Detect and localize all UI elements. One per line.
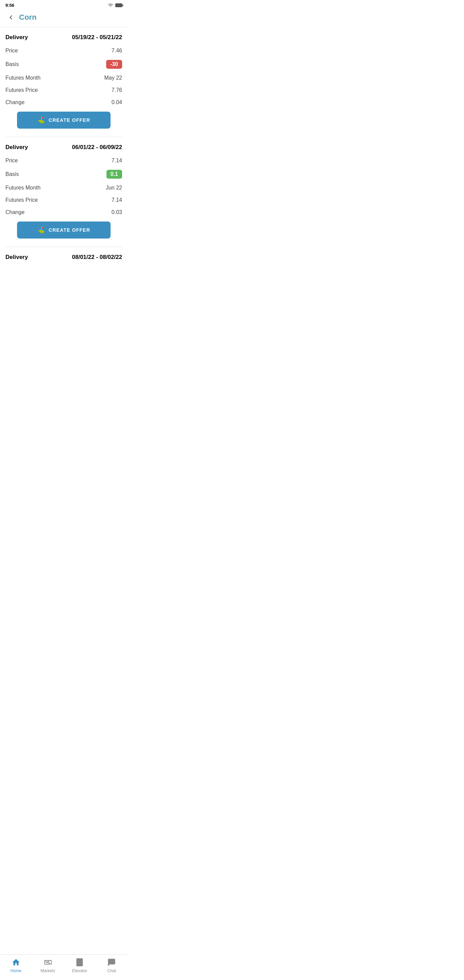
price-value-2: 7.14: [111, 158, 122, 164]
futures-price-label-1: Futures Price: [5, 87, 38, 93]
delivery-header-2: Delivery 06/01/22 - 06/09/22: [5, 144, 122, 151]
back-button[interactable]: [5, 12, 16, 23]
delivery-label-1: Delivery: [5, 34, 28, 41]
basis-row-2: Basis 0.1: [5, 170, 122, 179]
create-offer-label-1: CREATE OFFER: [49, 118, 90, 123]
create-offer-button-1[interactable]: ⛳ CREATE OFFER: [17, 111, 110, 129]
create-offer-button-2[interactable]: ⛳ CREATE OFFER: [17, 221, 110, 239]
delivery-date-3: 08/01/22 - 08/02/22: [72, 254, 122, 261]
basis-label-1: Basis: [5, 61, 19, 67]
futures-price-row-2: Futures Price 7.14: [5, 197, 122, 203]
delivery-section-1: Delivery 05/19/22 - 05/21/22 Price 7.46 …: [0, 27, 127, 129]
price-value-1: 7.46: [111, 48, 122, 54]
offer-icon-2: ⛳: [37, 226, 45, 234]
change-label-2: Change: [5, 209, 24, 215]
delivery-date-2: 06/01/22 - 06/09/22: [72, 144, 122, 151]
change-row-2: Change 0.03: [5, 209, 122, 215]
battery-icon: [115, 3, 122, 7]
delivery-label-2: Delivery: [5, 144, 28, 151]
futures-price-label-2: Futures Price: [5, 197, 38, 203]
price-row-2: Price 7.14: [5, 158, 122, 164]
change-label-1: Change: [5, 99, 24, 105]
delivery-section-3: Delivery 08/01/22 - 08/02/22: [0, 247, 127, 261]
futures-month-value-1: May 22: [105, 75, 122, 81]
delivery-header-1: Delivery 05/19/22 - 05/21/22: [5, 34, 122, 41]
offer-icon-1: ⛳: [37, 116, 45, 124]
status-icons: [108, 3, 122, 8]
change-row-1: Change 0.04: [5, 99, 122, 105]
price-label-2: Price: [5, 158, 18, 164]
change-value-2: 0.03: [111, 209, 122, 215]
page-title: Corn: [19, 13, 37, 22]
status-bar: 9:56: [0, 0, 127, 9]
price-row-1: Price 7.46: [5, 48, 122, 54]
basis-label-2: Basis: [5, 171, 19, 177]
futures-month-label-2: Futures Month: [5, 185, 40, 191]
futures-month-row-2: Futures Month Jun 22: [5, 185, 122, 191]
futures-price-value-1: 7.76: [111, 87, 122, 93]
futures-price-value-2: 7.14: [111, 197, 122, 203]
price-label-1: Price: [5, 48, 18, 54]
delivery-label-3: Delivery: [5, 254, 28, 261]
basis-badge-1: -30: [106, 60, 122, 69]
futures-price-row-1: Futures Price 7.76: [5, 87, 122, 93]
futures-month-label-1: Futures Month: [5, 75, 40, 81]
delivery-section-2: Delivery 06/01/22 - 06/09/22 Price 7.14 …: [0, 137, 127, 239]
create-offer-label-2: CREATE OFFER: [49, 227, 90, 233]
delivery-date-1: 05/19/22 - 05/21/22: [72, 34, 122, 41]
delivery-header-3: Delivery 08/01/22 - 08/02/22: [5, 254, 122, 261]
wifi-icon: [108, 3, 113, 8]
futures-month-row-1: Futures Month May 22: [5, 75, 122, 81]
content-area: Delivery 05/19/22 - 05/21/22 Price 7.46 …: [0, 27, 127, 298]
status-time: 9:56: [5, 3, 14, 8]
basis-badge-2: 0.1: [106, 170, 122, 179]
page-header: Corn: [0, 9, 127, 27]
futures-month-value-2: Jun 22: [106, 185, 122, 191]
basis-row-1: Basis -30: [5, 60, 122, 69]
change-value-1: 0.04: [111, 99, 122, 105]
